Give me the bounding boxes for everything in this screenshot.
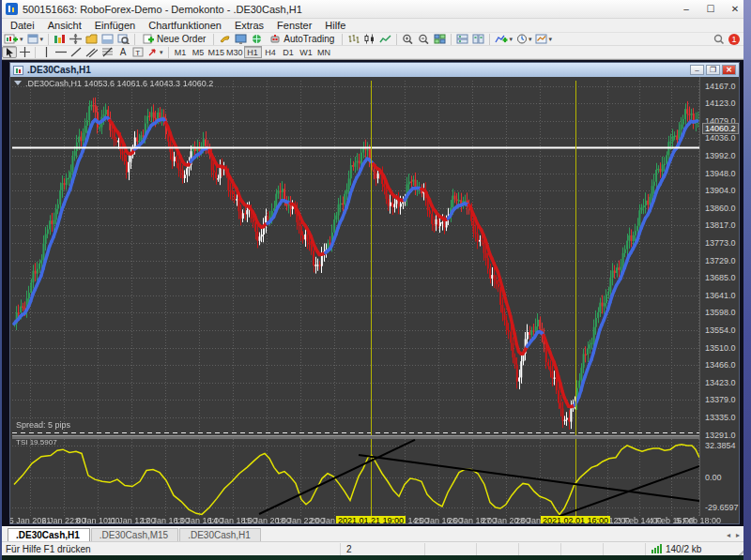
strategy-tester-button[interactable] (115, 33, 131, 45)
text-label-button[interactable]: T (130, 46, 146, 58)
status-cell-empty (603, 543, 645, 555)
periods-button[interactable]: ▾ (514, 33, 534, 45)
community-button[interactable] (249, 33, 265, 45)
bar-chart-button[interactable] (345, 33, 361, 45)
timeframe-button-d1[interactable]: D1 (280, 46, 298, 58)
maximize-button[interactable]: ☐ (698, 2, 723, 17)
status-help-text: Für Hilfe F1 drücken (0, 543, 340, 555)
price-chart-canvas[interactable] (12, 81, 699, 516)
svg-text:T: T (135, 49, 140, 57)
chart-tab[interactable]: .DE30Cash,M15 (91, 528, 178, 541)
tab-scroll-left-icon[interactable]: ◂ (727, 531, 730, 539)
tab-scroll-right-icon[interactable]: ▸ (736, 531, 740, 539)
line-chart-button[interactable] (377, 33, 393, 45)
new-order-label: Neue Order (157, 34, 206, 44)
indicators-button[interactable]: ▾ (493, 33, 514, 45)
crosshair-button[interactable] (17, 46, 32, 58)
tile-windows-button[interactable] (432, 33, 448, 45)
menu-item-chartfunktionen[interactable]: Chartfunktionen (142, 19, 228, 33)
price-axis-label: 13335.0 (705, 413, 736, 422)
price-axis-label: 13948.0 (705, 169, 736, 178)
chart-window: .DE30Cash,H1 – ❐ ✕ .DE30Cash,H1 14053.6 … (9, 62, 740, 524)
toolbar-separator (168, 47, 169, 58)
toolbar-separator (35, 47, 36, 58)
minimize-button[interactable]: – (674, 2, 698, 17)
notification-badge[interactable]: 1 (728, 34, 740, 45)
price-axis-label: 14036.0 (705, 133, 736, 143)
autotrading-button[interactable]: AutoTrading (265, 33, 339, 45)
chart-minimize-button[interactable]: – (690, 65, 704, 75)
data-window-button[interactable] (68, 33, 84, 45)
timeframe-button-m15[interactable]: M15 (207, 46, 226, 58)
menu-item-fenster[interactable]: Fenster (270, 19, 318, 33)
status-counter: 2 (340, 543, 424, 555)
chart-screen-button[interactable] (233, 33, 249, 45)
templates-button[interactable]: ▾ (533, 33, 554, 45)
depth-of-market-button[interactable] (217, 33, 233, 45)
timeframe-button-h1[interactable]: H1 (244, 46, 262, 58)
new-order-button[interactable]: Neue Order (138, 33, 210, 45)
chart-tab[interactable]: .DE30Cash,H1 (8, 528, 90, 541)
chevron-down-icon: ▾ (548, 36, 552, 43)
menu-item-ansicht[interactable]: Ansicht (41, 19, 88, 33)
time-axis: 5 Jan 20216 Jan 22:008 Jan 10:0011 Jan 1… (10, 516, 739, 523)
trendline-button[interactable] (69, 46, 84, 58)
market-watch-button[interactable] (52, 33, 68, 45)
menu-item-extras[interactable]: Extras (228, 19, 270, 33)
timeframe-button-mn[interactable]: MN (315, 46, 333, 58)
menu-item-einfügen[interactable]: Einfügen (88, 19, 142, 33)
chart-window-titlebar[interactable]: .DE30Cash,H1 – ❐ ✕ (10, 63, 739, 77)
arrows-button[interactable]: ▾ (146, 46, 165, 58)
chevron-down-icon: ▾ (40, 36, 44, 43)
zoom-in-button[interactable] (400, 33, 416, 45)
chart-tab[interactable]: .DE30Cash,H1 (179, 528, 261, 541)
price-axis-label: 13904.0 (705, 186, 736, 195)
price-axis-label: 13685.0 (705, 273, 736, 282)
statusbar: Für Hilfe F1 drücken 2 140/2 kb (0, 541, 751, 555)
window-border-right (743, 0, 751, 560)
vertical-line-button[interactable] (38, 46, 54, 58)
tile-horizontal-button[interactable] (454, 33, 470, 45)
zoom-out-button[interactable] (416, 33, 432, 45)
toolbar-separator (451, 34, 452, 45)
navigator-button[interactable] (84, 33, 100, 45)
status-cell-empty (424, 543, 476, 555)
timeframe-button-h4[interactable]: H4 (262, 46, 280, 58)
text-button[interactable]: A (115, 46, 130, 58)
chart-close-button[interactable]: ✕ (722, 65, 736, 75)
tab-scroll-arrows[interactable]: ◂ ▸ (727, 531, 740, 539)
fibonacci-button[interactable] (100, 46, 115, 58)
connection-signal-icon (651, 544, 662, 553)
time-axis-label: 5 Feb 18:00 (676, 516, 721, 523)
chevron-down-icon: ▾ (160, 49, 163, 56)
price-axis-label: 13598.0 (705, 308, 736, 317)
current-price-tag: 14060.2 (702, 123, 739, 134)
chart-restore-button[interactable]: ❐ (706, 65, 720, 75)
terminal-button[interactable] (100, 33, 115, 45)
new-chart-button[interactable]: ▾ (2, 33, 25, 45)
price-axis-label: 13773.0 (705, 238, 736, 248)
timeframe-button-m1[interactable]: M1 (172, 46, 190, 58)
price-axis-label: 13379.0 (705, 395, 736, 404)
channel-button[interactable] (84, 46, 100, 58)
cursor-button[interactable] (2, 46, 17, 58)
timeframe-button-m5[interactable]: M5 (190, 46, 207, 58)
toolbar-standard: ▾ ▾ Neue Order (0, 33, 751, 46)
menu-item-hilfe[interactable]: Hilfe (318, 19, 352, 33)
horizontal-line-button[interactable] (54, 46, 69, 58)
profiles-button[interactable]: ▾ (25, 33, 46, 45)
timeframe-button-m30[interactable]: M30 (225, 46, 244, 58)
price-axis: 14167.014123.014079.014036.013992.013948… (699, 77, 739, 523)
tile-vertical-button[interactable] (470, 33, 486, 45)
indicator-label: TSI 19.5907 (16, 438, 57, 446)
timeframe-button-w1[interactable]: W1 (298, 46, 315, 58)
autotrading-label: AutoTrading (284, 34, 334, 44)
chart-tabs-bar: .DE30Cash,H1.DE30Cash,M15.DE30Cash,H1 ◂ … (0, 526, 751, 541)
one-click-trading-arrow-icon[interactable] (14, 81, 22, 85)
menu-item-datei[interactable]: Datei (4, 19, 41, 33)
toolbar-separator (213, 34, 214, 45)
time-axis-label-highlighted: 2021.02.01 16:00 (541, 516, 610, 523)
search-icon[interactable] (713, 34, 725, 45)
window-title: 500151663: RoboForex-Demo - Demokonto - … (23, 4, 302, 15)
candlestick-chart-button[interactable] (361, 33, 377, 45)
